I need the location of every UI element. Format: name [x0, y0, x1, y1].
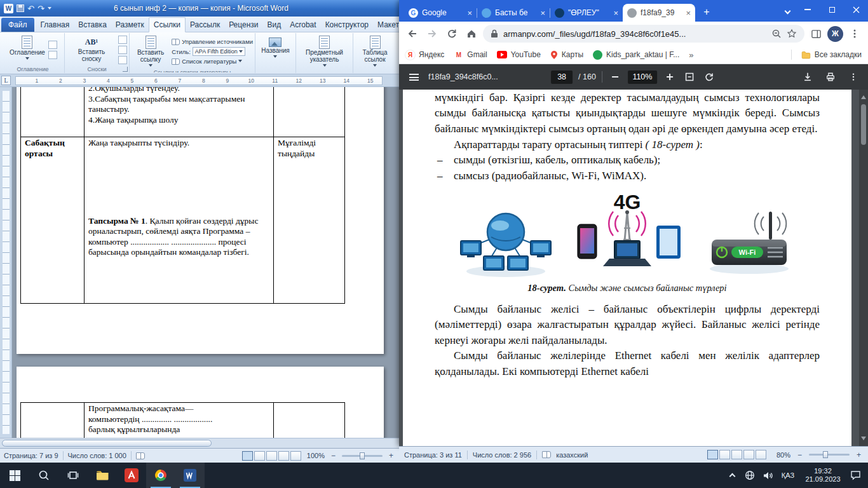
maximize-icon[interactable]: [820, 0, 844, 19]
update-toc-icon[interactable]: [48, 51, 57, 59]
tab-review[interactable]: Рецензи: [224, 18, 262, 32]
index-button[interactable]: Предметный указатель: [298, 34, 351, 72]
pdf-more-icon[interactable]: [846, 70, 860, 84]
tab-file[interactable]: Файл: [1, 18, 34, 32]
view-print-layout-icon[interactable]: [242, 451, 253, 461]
zoom-out-icon[interactable]: −: [329, 452, 337, 459]
browser-tab-pdf-active[interactable]: f18fa9_39 ×: [623, 4, 695, 22]
tab-insert[interactable]: Вставка: [74, 18, 111, 32]
view-draft-icon[interactable]: [756, 450, 766, 459]
word-document-area[interactable]: 2.Оқушыларды түгендеу. 3.Сабақтың тақыры…: [0, 87, 399, 438]
bookmark-gmail[interactable]: Gmail: [454, 50, 487, 60]
table-cell[interactable]: [274, 403, 345, 438]
tab-constructor[interactable]: Конструктор: [321, 18, 373, 32]
page-indicator[interactable]: Страница: 7 из 9: [4, 452, 58, 459]
close-icon[interactable]: [844, 0, 868, 19]
table-cell[interactable]: Жаңа тақырыпты түсіндіру. Тапсырма № 1. …: [85, 137, 274, 304]
table-cell[interactable]: Мұғалімді тыңдайды: [274, 137, 345, 304]
side-panel-icon[interactable]: [808, 25, 824, 42]
forward-icon[interactable]: [424, 25, 440, 42]
zoom-indicator-icon[interactable]: [771, 29, 782, 39]
zoom-slider[interactable]: [342, 455, 383, 457]
scroll-up-icon[interactable]: [861, 93, 866, 99]
zoom-in-icon[interactable]: +: [855, 451, 863, 459]
table-cell[interactable]: 2.Оқушыларды түгендеу. 3.Сабақтың тақыры…: [85, 87, 274, 137]
word-horizontal-scrollbar[interactable]: [0, 438, 399, 448]
word-count[interactable]: Число слов: 1 000: [68, 452, 126, 459]
table-cell[interactable]: [21, 403, 85, 438]
tab-view[interactable]: Вид: [263, 18, 286, 32]
table-cell[interactable]: [21, 87, 85, 137]
zoom-in-icon[interactable]: +: [387, 452, 395, 459]
manage-sources-button[interactable]: Управление источниками: [172, 38, 253, 45]
scroll-down-icon[interactable]: [861, 437, 866, 443]
table-cell[interactable]: Программалық-жасақтама— компьютердің ...…: [85, 403, 274, 438]
back-icon[interactable]: [404, 25, 421, 42]
pdf-page-input[interactable]: 38: [551, 71, 573, 84]
bookmark-star-icon[interactable]: [787, 29, 797, 39]
footnotes-dialog-launcher-icon[interactable]: [123, 67, 128, 72]
tab-acrobat[interactable]: Acrobat: [285, 18, 320, 32]
bookmark-yandex[interactable]: Яндекс: [405, 50, 444, 60]
taskbar-search-button[interactable]: [29, 463, 58, 488]
bookmarks-overflow-icon[interactable]: »: [689, 50, 693, 60]
all-bookmarks-button[interactable]: Все закладки: [801, 50, 862, 59]
proofing-icon[interactable]: [136, 452, 145, 459]
view-fullscreen-icon[interactable]: [719, 450, 730, 459]
bibliography-button[interactable]: Список литературы: [172, 58, 253, 65]
view-draft-icon[interactable]: [290, 451, 301, 461]
pdf-zoom-level[interactable]: 110%: [628, 71, 657, 84]
pdf-scrollbar[interactable]: [859, 90, 868, 446]
tab-search-caret-icon[interactable]: [779, 3, 796, 22]
view-fullscreen-icon[interactable]: [254, 451, 265, 461]
insert-footnote-button[interactable]: Вставить сноску: [67, 34, 116, 65]
save-icon[interactable]: [17, 4, 24, 12]
tab-layout[interactable]: Разметк: [111, 18, 149, 32]
tab-home[interactable]: Главная: [36, 18, 74, 32]
zoom-slider-thumb[interactable]: [823, 451, 828, 458]
browser-tab-basty[interactable]: Басты бе ×: [477, 4, 550, 22]
browser-tab-google[interactable]: Google ×: [404, 4, 477, 22]
view-web-icon[interactable]: [266, 451, 277, 461]
undo-icon[interactable]: ↶: [27, 4, 34, 13]
pdf-print-icon[interactable]: [824, 70, 837, 84]
insert-citation-button[interactable]: Вставить ссылку: [132, 34, 170, 69]
bibliography-style-select[interactable]: APA Fifth Edition: [193, 47, 245, 56]
scrollbar-thumb[interactable]: [861, 104, 866, 145]
tab-close-icon[interactable]: ×: [613, 9, 618, 17]
tab-mailings[interactable]: Рассылк: [186, 18, 224, 32]
add-text-icon[interactable]: [48, 41, 57, 49]
new-tab-icon[interactable]: +: [699, 4, 714, 20]
volume-icon[interactable]: [759, 463, 776, 488]
reload-icon[interactable]: [444, 25, 460, 42]
tab-close-icon[interactable]: ×: [686, 9, 691, 17]
toc-button[interactable]: Оглавление: [8, 34, 46, 65]
tab-stop-selector[interactable]: L: [1, 76, 11, 85]
start-button[interactable]: [0, 463, 29, 488]
horizontal-ruler[interactable]: 123456789101112131415: [15, 76, 383, 85]
vertical-ruler[interactable]: [0, 87, 12, 438]
pdf-zoom-out-icon[interactable]: [608, 70, 622, 84]
pdf-zoom-in-icon[interactable]: [663, 70, 677, 84]
lock-icon[interactable]: [491, 29, 498, 38]
zoom-slider-thumb[interactable]: [360, 452, 365, 459]
minimize-icon[interactable]: [796, 0, 820, 19]
tray-chevron-up-icon[interactable]: [723, 463, 741, 488]
captions-button[interactable]: Названия: [260, 34, 291, 72]
pdf-viewer[interactable]: деректерді үлкен қашықтыққа жоғары жылда…: [399, 90, 868, 446]
word-titlebar[interactable]: ↶ ↷ 6 сынып инф 2 — копия — копия - Micr…: [0, 0, 399, 17]
adobe-reader-button[interactable]: [117, 463, 146, 488]
table-cell[interactable]: [274, 87, 345, 137]
zoom-slider[interactable]: [809, 454, 850, 456]
scrollbar-thumb[interactable]: [2, 440, 212, 447]
next-footnote-icon[interactable]: [118, 46, 127, 54]
bookmark-kids-park[interactable]: Kids_park_aktau | F...: [593, 50, 679, 60]
pdf-download-icon[interactable]: [801, 70, 815, 84]
pdf-rotate-icon[interactable]: [702, 70, 716, 84]
table-of-authorities-button[interactable]: Таблица ссылок: [355, 34, 395, 72]
view-print-layout-icon[interactable]: [707, 450, 718, 459]
view-outline-icon[interactable]: [278, 451, 289, 461]
proofing-icon[interactable]: [542, 451, 551, 458]
redo-icon[interactable]: ↷: [37, 4, 44, 13]
home-icon[interactable]: [463, 25, 480, 42]
